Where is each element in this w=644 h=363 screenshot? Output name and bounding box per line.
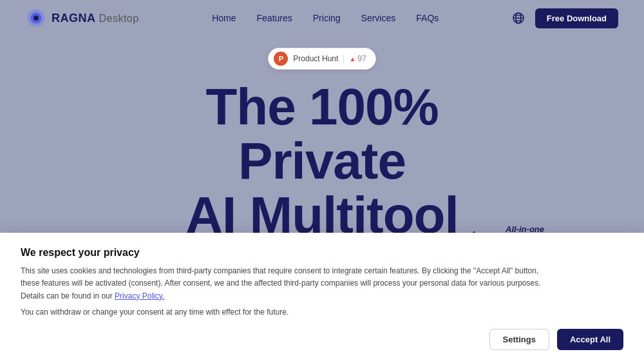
nav-right: Free Download — [512, 8, 618, 28]
nav-links: Home Features Pricing Services FAQs — [212, 12, 439, 24]
product-hunt-badge[interactable]: P Product Hunt ▲ 97 — [268, 48, 375, 70]
svg-point-2 — [33, 15, 39, 21]
ph-logo: P — [274, 52, 288, 66]
cookie-banner: We respect your privacy This site uses c… — [0, 233, 644, 363]
nav-faqs[interactable]: FAQs — [416, 13, 439, 23]
logo-icon — [26, 8, 46, 28]
hero-headline: The 100% Private AI Multitool — [185, 80, 458, 242]
cookie-line2: You can withdraw or change your consent … — [21, 306, 623, 319]
cookie-body: This site uses cookies and technologies … — [21, 265, 549, 302]
nav-home[interactable]: Home — [212, 13, 236, 23]
navbar: RAGNA Desktop Home Features Pricing Serv… — [0, 0, 644, 36]
nav-features[interactable]: Features — [257, 13, 292, 23]
logo[interactable]: RAGNA Desktop — [26, 8, 139, 28]
cookie-accept-button[interactable]: Accept All — [557, 329, 623, 350]
ph-text: Product Hunt — [293, 54, 338, 63]
cookie-settings-button[interactable]: Settings — [489, 329, 549, 350]
privacy-policy-link[interactable]: Privacy Policy. — [115, 291, 164, 300]
nav-services[interactable]: Services — [361, 13, 396, 23]
ph-arrow-icon: ▲ — [349, 55, 355, 63]
cookie-title: We respect your privacy — [21, 247, 623, 259]
ph-score: ▲ 97 — [343, 54, 366, 63]
nav-free-download-button[interactable]: Free Download — [535, 8, 618, 28]
globe-icon — [512, 12, 525, 25]
logo-text: RAGNA Desktop — [52, 12, 139, 25]
nav-pricing[interactable]: Pricing — [313, 13, 341, 23]
language-button[interactable] — [512, 12, 525, 25]
cookie-actions: Settings Accept All — [21, 329, 623, 350]
